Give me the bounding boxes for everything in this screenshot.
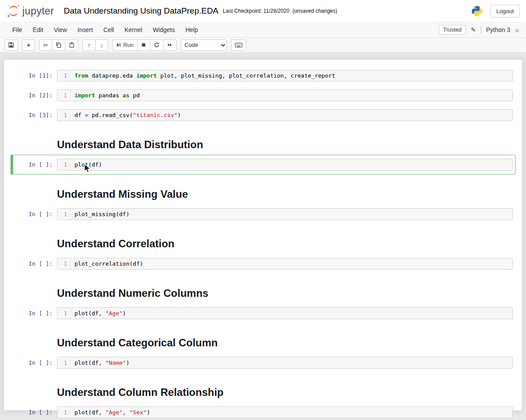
notebook-title[interactable]: Data Understanding Using DataPrep.EDA — [64, 6, 219, 16]
markdown-cell[interactable]: Understand Column Relationship — [11, 373, 515, 402]
cell-prompt: In [ ]: — [13, 211, 57, 217]
kernel-name: Python 3 — [486, 26, 510, 33]
unsaved-indicator: (unsaved changes) — [292, 8, 337, 14]
code-line[interactable]: plot(df, "Age") — [71, 308, 130, 319]
command-palette-button[interactable] — [231, 39, 246, 51]
interrupt-kernel-button[interactable] — [137, 39, 150, 51]
menu-kernel[interactable]: Kernel — [119, 22, 147, 37]
markdown-cell[interactable]: Understand Data Distribution — [11, 125, 515, 155]
cell-prompt: In [3]: — [13, 112, 57, 118]
cell-prompt: In [ ]: — [13, 310, 57, 317]
code-cell[interactable]: In [ ]:1plot(df, "Age") — [11, 303, 515, 323]
code-cell[interactable]: In [ ]:1plot_correlation(df) — [11, 254, 515, 274]
code-cell[interactable]: In [ ]:1plot(df, "Name") — [11, 353, 515, 373]
menu-insert[interactable]: Insert — [72, 22, 98, 37]
save-button[interactable] — [4, 39, 18, 51]
toolbar: + ✂ ↑ ↓ — [0, 38, 526, 53]
line-number: 1 — [57, 209, 71, 220]
cell-input[interactable]: 1plot_correlation(df) — [57, 258, 513, 270]
code-line[interactable]: import pandas as pd — [71, 90, 144, 101]
run-button-label: Run — [123, 42, 134, 48]
cell-type-select[interactable]: Code — [181, 39, 227, 51]
jupyter-logo-icon — [6, 4, 21, 18]
code-cell[interactable]: In [1]:1from dataprep.eda import plot, p… — [11, 66, 515, 85]
section-heading: Understand Categorical Column — [57, 337, 513, 349]
menu-help[interactable]: Help — [180, 22, 203, 37]
line-number: 1 — [57, 258, 71, 269]
menu-cell[interactable]: Cell — [98, 22, 119, 37]
code-cell[interactable]: In [ ]:1plot(df, "Age", "Sex") — [11, 402, 515, 420]
line-number: 1 — [57, 357, 71, 368]
edit-pencil-icon[interactable]: ✎ — [471, 26, 476, 33]
run-button[interactable]: Run — [112, 39, 138, 51]
jupyter-logo[interactable]: jupyter — [6, 4, 54, 18]
section-heading: Understand Data Distribution — [57, 139, 513, 151]
section-heading: Understand Correlation — [57, 238, 513, 250]
python-logo — [471, 5, 483, 17]
cell-prompt: In [1]: — [13, 72, 57, 79]
header: jupyter Data Understanding Using DataPre… — [0, 0, 526, 22]
cell-input[interactable]: 1plot(df, "Name") — [57, 357, 513, 369]
cell-input[interactable]: 1plot(df, "Age") — [57, 307, 513, 319]
section-heading: Understand Column Relationship — [57, 386, 513, 399]
code-line[interactable]: plot(df, "Age", "Sex") — [71, 407, 154, 418]
line-number: 1 — [57, 159, 71, 170]
menubar-right: Trusted ✎ Python 3 ○ — [439, 25, 519, 35]
menu-edit[interactable]: Edit — [28, 22, 49, 37]
code-line[interactable]: from dataprep.eda import plot, plot_miss… — [71, 70, 339, 81]
trusted-badge: Trusted — [439, 25, 466, 35]
cell-prompt: In [ ]: — [13, 359, 57, 366]
cell-prompt: In [2]: — [13, 92, 57, 99]
cell-input[interactable]: 1df = pd.read_csv("titanic.csv") — [57, 109, 513, 121]
line-number: 1 — [57, 308, 71, 319]
markdown-cell[interactable]: Understand Numeric Columns — [11, 274, 515, 303]
code-line[interactable]: plot(df, "Name") — [71, 357, 133, 368]
code-cell[interactable]: In [3]:1df = pd.read_csv("titanic.csv") — [11, 105, 515, 125]
section-heading: Understand Numeric Columns — [57, 287, 513, 299]
menubar: File Edit View Insert Cell Kernel Widget… — [0, 22, 526, 38]
scissors-icon: ✂ — [43, 42, 48, 48]
notebook-area: In [1]:1from dataprep.eda import plot, p… — [0, 53, 526, 410]
markdown-cell[interactable]: Understand Missing Value — [11, 174, 515, 204]
code-line[interactable]: plot(df) — [71, 159, 106, 170]
code-line[interactable]: plot_missing(df) — [71, 209, 133, 220]
kernel-idle-icon: ○ — [515, 27, 519, 33]
line-number: 1 — [57, 90, 71, 101]
arrow-up-icon: ↑ — [88, 42, 91, 48]
markdown-cell[interactable]: Understand Categorical Column — [11, 323, 515, 353]
code-line[interactable]: plot_correlation(df) — [71, 258, 147, 269]
cell-input[interactable]: 1plot(df) — [57, 159, 513, 171]
cell-input[interactable]: 1plot_missing(df) — [57, 208, 513, 220]
cell-input[interactable]: 1import pandas as pd — [57, 89, 513, 101]
restart-kernel-button[interactable] — [150, 39, 163, 51]
markdown-cell[interactable]: Understand Correlation — [11, 224, 515, 254]
cell-prompt: In [ ]: — [13, 260, 57, 267]
notebook-container: In [1]:1from dataprep.eda import plot, p… — [4, 60, 522, 410]
cell-input[interactable]: 1plot(df, "Age", "Sex") — [57, 406, 513, 418]
line-number: 1 — [57, 110, 71, 121]
stop-icon — [141, 43, 146, 47]
keyboard-icon — [235, 43, 242, 48]
menu-view[interactable]: View — [49, 22, 72, 37]
code-cell[interactable]: In [2]:1import pandas as pd — [11, 85, 515, 105]
code-cell[interactable]: In [ ]:1plot(df) — [11, 155, 515, 174]
move-cell-up-button[interactable]: ↑ — [82, 39, 96, 51]
move-cell-down-button[interactable]: ↓ — [95, 39, 108, 51]
copy-cells-button[interactable] — [52, 39, 65, 51]
insert-cell-below-button[interactable]: + — [22, 39, 35, 51]
cell-input[interactable]: 1from dataprep.eda import plot, plot_mis… — [57, 70, 513, 82]
code-line[interactable]: df = pd.read_csv("titanic.csv") — [71, 110, 185, 121]
copy-icon — [56, 42, 61, 48]
cell-prompt: In [ ]: — [13, 161, 57, 168]
code-cell[interactable]: In [ ]:1plot_missing(df) — [11, 204, 515, 224]
menu-widgets[interactable]: Widgets — [147, 22, 180, 37]
logout-button[interactable]: Logout — [490, 5, 520, 18]
paste-cells-button[interactable] — [65, 39, 78, 51]
menu-file[interactable]: File — [7, 22, 28, 37]
cut-cell-button[interactable]: ✂ — [39, 39, 52, 51]
restart-run-all-button[interactable] — [163, 39, 177, 51]
fast-forward-icon — [167, 43, 173, 47]
cell-prompt: In [ ]: — [13, 409, 57, 416]
section-heading: Understand Missing Value — [57, 188, 513, 200]
paste-icon — [69, 42, 75, 48]
